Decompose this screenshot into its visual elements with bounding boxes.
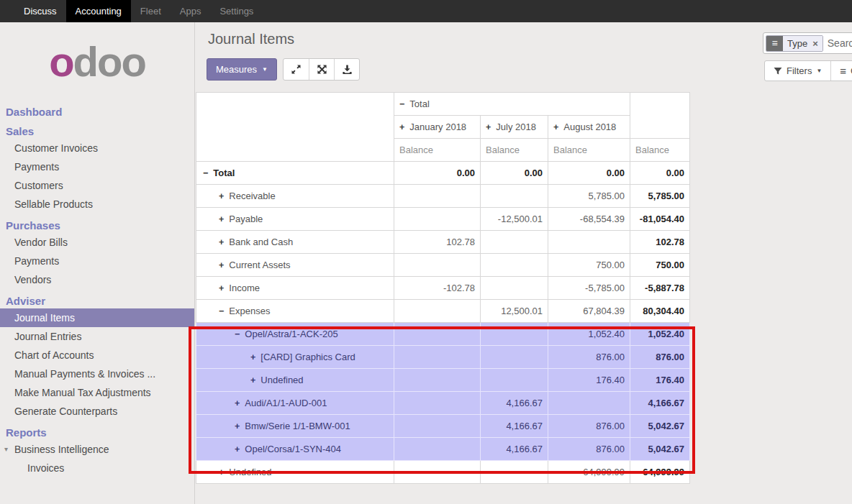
sidebar-item-make-manual-tax-adjustments[interactable]: Make Manual Tax Adjustments (0, 383, 194, 402)
measures-button[interactable]: Measures ▼ (207, 58, 277, 81)
expand-icon: + (235, 444, 240, 454)
pivot-cell: -5,887.78 (630, 277, 690, 300)
pivot-row-header[interactable]: −Total (196, 162, 394, 185)
pivot-row-header[interactable]: +Income (196, 277, 394, 300)
pivot-row-header[interactable]: +Receivable (196, 185, 394, 208)
sidebar-item-manual-payments-invoices-[interactable]: Manual Payments & Invoices ... (0, 365, 194, 383)
pivot-cell (548, 231, 630, 254)
pivot-col-group-total[interactable]: −Total (394, 93, 630, 116)
expand-all-button[interactable] (309, 59, 334, 80)
pivot-row-header[interactable]: +Bmw/Serie 1/1-BMW-001 (196, 415, 394, 438)
pivot-row-header[interactable]: +Audi/A1/1-AUD-001 (196, 392, 394, 415)
odoo-logo-colored: o (49, 38, 73, 85)
arrows-cross-icon (317, 64, 327, 75)
pivot-cell: 176.40 (630, 369, 690, 392)
pivot-cell: 80,304.40 (630, 300, 690, 323)
pivot-row-header[interactable]: +Current Assets (196, 254, 394, 277)
expand-icon: + (219, 214, 224, 224)
pivot-cell (481, 254, 548, 277)
sidebar-item-vendors[interactable]: Vendors (0, 270, 194, 289)
pivot-col-header[interactable]: +August 2018 (548, 116, 630, 139)
pivot-measure-header: Balance (481, 139, 548, 162)
sidebar-item-journal-entries[interactable]: Journal Entries (0, 327, 194, 346)
pivot-row-header[interactable]: −Expenses (196, 300, 394, 323)
pivot-row-header[interactable]: +Bank and Cash (196, 231, 394, 254)
pivot-toolbar: Measures ▼ (207, 58, 360, 81)
nav-item-apps[interactable]: Apps (171, 0, 211, 22)
sidebar-heading-sales[interactable]: Sales (0, 124, 194, 139)
pivot-cell (394, 415, 481, 438)
pivot-cell (481, 323, 548, 346)
sidebar-item-generate-counterparts[interactable]: Generate Counterparts (0, 402, 194, 421)
flip-axis-button[interactable] (284, 59, 309, 80)
groupby-button[interactable]: ≡ Group By (830, 61, 852, 81)
sidebar-section: Reports▾Business IntelligenceInvoices (0, 426, 194, 477)
sidebar-item-business-intelligence[interactable]: ▾Business Intelligence (0, 440, 194, 459)
expand-icon: + (250, 375, 255, 385)
sidebar-item-sellable-products[interactable]: Sellable Products (0, 195, 194, 214)
sidebar-heading-dashboard[interactable]: Dashboard (0, 105, 194, 119)
pivot-cell (394, 369, 481, 392)
top-navbar: DiscussAccountingFleetAppsSettings (0, 0, 852, 22)
pivot-col-header[interactable]: +January 2018 (394, 116, 481, 139)
facet-label: Type (783, 36, 812, 51)
facet-remove-icon[interactable]: × (812, 36, 822, 51)
sidebar-heading-adviser[interactable]: Adviser (0, 294, 194, 308)
pivot-cell (394, 438, 481, 461)
nav-item-accounting[interactable]: Accounting (66, 0, 131, 22)
collapse-icon: − (219, 306, 224, 316)
sidebar-item-label: Sellable Products (14, 198, 93, 210)
sidebar-section: PurchasesVendor BillsPaymentsVendors (0, 219, 194, 289)
pivot-row-header[interactable]: −Opel/Astra/1-ACK-205 (196, 323, 394, 346)
nav-item-settings[interactable]: Settings (210, 0, 263, 22)
pivot-cell (394, 346, 481, 369)
pivot-row-header[interactable]: +Undefined (196, 461, 394, 484)
pivot-cell: 5,785.00 (548, 185, 630, 208)
pivot-row-header[interactable]: +Undefined (196, 369, 394, 392)
pivot-row-label: Receivable (229, 191, 275, 201)
pivot-cell: 5,042.67 (630, 415, 690, 438)
pivot-cell (481, 346, 548, 369)
sidebar-item-payments[interactable]: Payments (0, 157, 194, 176)
search-bar[interactable]: ≡ Type × (763, 32, 852, 54)
pivot-row-label: Bank and Cash (229, 237, 293, 247)
pivot-cell: 0.00 (548, 162, 630, 185)
measures-button-label: Measures (216, 64, 257, 75)
sidebar-heading-reports[interactable]: Reports (0, 426, 194, 440)
collapse-icon: − (203, 168, 208, 178)
pivot-table: −Total+January 2018+July 2018+August 201… (196, 92, 690, 484)
sidebar-item-chart-of-accounts[interactable]: Chart of Accounts (0, 346, 194, 365)
nav-item-fleet[interactable]: Fleet (131, 0, 171, 22)
pivot-cell: 876.00 (548, 438, 630, 461)
pivot-cell: 4,166.67 (481, 438, 548, 461)
funnel-icon (774, 67, 782, 75)
sidebar-item-customer-invoices[interactable]: Customer Invoices (0, 139, 194, 157)
pivot-row-header[interactable]: +[CARD] Graphics Card (196, 346, 394, 369)
pivot-measure-header: Balance (548, 139, 630, 162)
pivot-col-group-label: Total (409, 98, 429, 109)
search-input[interactable] (828, 37, 852, 49)
sidebar-item-label: Vendors (14, 274, 51, 285)
sidebar-item-label: Chart of Accounts (14, 349, 94, 361)
pivot-row-label: Undefined (229, 467, 271, 477)
pivot-col-header[interactable]: +July 2018 (481, 116, 548, 139)
sidebar-item-label: Customers (14, 180, 63, 191)
pivot-cell (394, 461, 481, 484)
nav-item-discuss[interactable]: Discuss (14, 0, 66, 22)
pivot-total-col-header (630, 93, 690, 139)
sidebar-item-invoices[interactable]: Invoices (0, 459, 194, 477)
sidebar-section: Dashboard (0, 105, 194, 119)
sidebar-item-vendor-bills[interactable]: Vendor Bills (0, 233, 194, 252)
sidebar-item-label: Payments (14, 161, 59, 173)
download-button[interactable] (334, 59, 359, 80)
pivot-row-header[interactable]: +Payable (196, 208, 394, 231)
sidebar-item-customers[interactable]: Customers (0, 176, 194, 195)
pivot-row-header[interactable]: +Opel/Corsa/1-SYN-404 (196, 438, 394, 461)
pivot-row-label: Undefined (260, 375, 303, 385)
filters-button[interactable]: Filters ▼ (765, 61, 830, 81)
sidebar-heading-purchases[interactable]: Purchases (0, 219, 194, 233)
sidebar-item-journal-items[interactable]: Journal Items (0, 308, 194, 327)
pivot-row-label: Bmw/Serie 1/1-BMW-001 (245, 421, 350, 431)
sidebar-item-payments[interactable]: Payments (0, 252, 194, 270)
pivot-cell: 750.00 (548, 254, 630, 277)
